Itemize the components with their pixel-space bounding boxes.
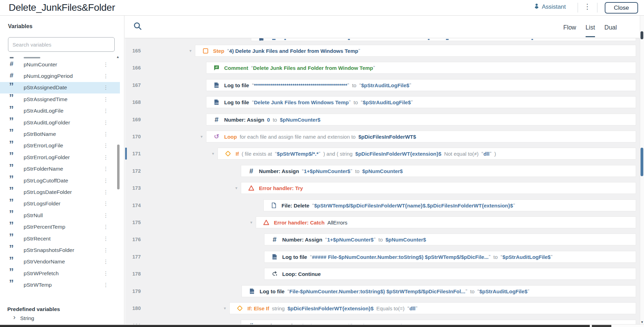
action-row-165[interactable]: Step“4) Delete Junk Files and Folder fro… [195, 45, 636, 57]
variable-item-pNumLoggingPeriod[interactable]: #pNumLoggingPeriod⋮ [0, 70, 120, 82]
variable-menu-icon[interactable]: ⋮ [103, 84, 109, 91]
assistant-button[interactable]: Assistant [534, 3, 566, 11]
row-number: 167 [128, 82, 141, 88]
page-title: Delete_JunkFiles&Folder [9, 2, 115, 13]
variable-menu-icon[interactable]: ⋮ [103, 62, 109, 68]
tab-flow[interactable]: Flow [563, 24, 576, 37]
string-type-icon: ” [9, 232, 14, 243]
search-icon[interactable] [133, 22, 142, 32]
action-row-clipped[interactable]: LOG [251, 38, 636, 41]
variable-menu-icon[interactable]: ⋮ [103, 120, 109, 126]
collapse-chevron-icon[interactable]: ▾ [250, 220, 254, 225]
topbar-divider [578, 3, 578, 13]
search-variables-input[interactable] [8, 37, 115, 52]
action-text-segment: “$pStrAuditLogFile$” [477, 288, 529, 294]
action-row-168[interactable]: LOGLog to file“Delete Junk Files from Wi… [206, 96, 636, 108]
variable-item-pStrWTemp[interactable]: ”pStrWTemp⋮ [0, 279, 120, 291]
collapse-chevron-icon[interactable]: ▾ [212, 151, 216, 156]
variable-name: pStrBotName [24, 131, 56, 137]
horizontal-scrollbar-thumb[interactable] [0, 325, 590, 327]
variable-item-pStrErrorLogFile[interactable]: ”pStrErrorLogFile⋮ [0, 140, 120, 152]
action-row-178[interactable]: Loop: Continue [264, 268, 636, 280]
variable-item-pStrAuditLogFile[interactable]: ”pStrAuditLogFile⋮ [0, 105, 120, 117]
action-row-172[interactable]: #Number: Assign“1+$pNumCounter$”to$pNumC… [241, 165, 636, 177]
scroll-down-arrow-icon[interactable]: ▼ [641, 320, 644, 324]
more-options-icon[interactable]: ⋮ [583, 2, 592, 11]
view-toggle: FlowListDual [563, 24, 617, 37]
variable-menu-icon[interactable]: ⋮ [103, 189, 109, 195]
collapse-chevron-icon[interactable]: ▾ [235, 186, 239, 190]
variable-item-pStrNull[interactable]: ”pStrNull⋮ [0, 210, 120, 221]
variable-item-pStrRecent[interactable]: ”pStrRecent⋮ [0, 233, 120, 244]
action-row-171[interactable]: If( file exists at“$pStrWTemp$/*.*”) and… [218, 148, 636, 160]
row-number: 170 [128, 134, 141, 139]
string-type-icon: ” [9, 174, 14, 185]
variable-menu-icon[interactable]: ⋮ [103, 270, 109, 277]
action-row-177[interactable]: LOGLog to file“##### File-$pNumCounter.N… [264, 251, 636, 263]
collapse-chevron-icon[interactable]: ▾ [201, 134, 205, 139]
variable-item-pStrFolderName[interactable]: ”pStrFolderName⋮ [0, 163, 120, 175]
variable-item-pStrLogCutoffDate[interactable]: ”pStrLogCutoffDate⋮ [0, 175, 120, 186]
variable-item-pStrErrorLogFolder[interactable]: ”pStrErrorLogFolder⋮ [0, 152, 120, 163]
variable-item-pStrLogsFolder[interactable]: ”pStrLogsFolder⋮ [0, 198, 120, 210]
variable-item-pStrAuditLogFolder[interactable]: ”pStrAuditLogFolder⋮ [0, 117, 120, 128]
variable-item-pStrWPrefetch[interactable]: ”pStrWPrefetch⋮ [0, 268, 120, 279]
variable-menu-icon[interactable]: ⋮ [103, 212, 109, 219]
action-row-173[interactable]: Error handler: Try [241, 182, 636, 194]
string-type-icon: ” [9, 127, 14, 138]
predefined-group-string[interactable]: ›String [0, 312, 120, 324]
variable-menu-icon[interactable]: ⋮ [103, 142, 109, 149]
variable-menu-icon[interactable]: ⋮ [103, 224, 109, 230]
action-row-180[interactable]: If: Else Ifstring$pDicFilesInFolderWT{ex… [229, 302, 636, 314]
panel-scrollbar-thumb[interactable] [117, 145, 120, 189]
log-to-file-icon: LOG [213, 82, 220, 88]
action-row-179[interactable]: LOGLog to file“File-$pNumCounter.Number:… [242, 285, 636, 297]
variable-item-pStrAssignedDate[interactable]: ”pStrAssignedDate⋮ [0, 82, 120, 93]
string-type-icon: ” [9, 150, 14, 161]
collapse-chevron-icon[interactable]: ▾ [189, 48, 194, 53]
string-type-icon: ” [9, 278, 14, 289]
action-row-169[interactable]: #Number: Assign0to$pNumCounter$ [206, 114, 636, 125]
variable-item-pStrSnapshotsFolder[interactable]: ”pStrSnapshotsFolder⋮ [0, 244, 120, 256]
action-text-segment: Error handler: Catch [274, 220, 325, 226]
variable-item-pNumCounter[interactable]: #pNumCounter⋮ [0, 59, 120, 70]
variable-item-pStrBotName[interactable]: ”pStrBotName⋮ [0, 128, 120, 140]
variable-menu-icon[interactable]: ⋮ [103, 96, 109, 103]
vertical-scrollbar-top-thumb[interactable] [641, 31, 643, 39]
variable-menu-icon[interactable]: ⋮ [103, 201, 109, 207]
tab-list-active[interactable]: List [586, 24, 595, 37]
action-text-segment: Log to file [224, 99, 249, 105]
variable-menu-icon[interactable]: ⋮ [103, 282, 109, 288]
variable-menu-icon[interactable]: ⋮ [103, 108, 109, 114]
variable-menu-icon[interactable]: ⋮ [103, 259, 109, 265]
vertical-scrollbar-thumb[interactable] [641, 148, 643, 176]
close-button[interactable]: Close [605, 2, 638, 14]
scroll-up-arrow-icon[interactable]: ▲ [116, 55, 120, 59]
action-text-segment: “dll” [407, 305, 417, 311]
tab-dual[interactable]: Dual [604, 24, 617, 37]
action-text-segment: “$pStrAuditLogFile$” [361, 99, 413, 105]
variable-menu-icon[interactable]: ⋮ [103, 236, 109, 242]
variable-menu-icon[interactable]: ⋮ [103, 178, 109, 184]
variable-item-pStrVendorName[interactable]: ”pStrVendorName⋮ [0, 256, 120, 268]
clipped-variable-remnant [24, 57, 40, 58]
variable-menu-icon[interactable]: ⋮ [103, 154, 109, 161]
variable-menu-icon[interactable]: ⋮ [103, 73, 109, 79]
variable-menu-icon[interactable]: ⋮ [103, 247, 109, 253]
variable-item-pStrAssignedTime[interactable]: ”pStrAssignedTime⋮ [0, 93, 120, 105]
collapse-chevron-icon[interactable]: ▾ [224, 306, 228, 311]
log-to-file-icon: LOG [213, 99, 220, 105]
variable-item-pStrLogsDateFolder[interactable]: ”pStrLogsDateFolder⋮ [0, 186, 120, 198]
action-row-166[interactable]: Comment“Delete Junk Files and Folder fro… [206, 62, 636, 74]
variable-menu-icon[interactable]: ⋮ [103, 131, 109, 137]
action-row-170[interactable]: ↺Loopfor each file and assign file name … [206, 131, 636, 142]
action-row-176[interactable]: #Number: Assign“1+$pNumCounter$”to$pNumC… [264, 234, 636, 245]
horizontal-scrollbar-piece[interactable] [592, 325, 611, 327]
variable-menu-icon[interactable]: ⋮ [103, 166, 109, 172]
variable-item-pStrPercentTemp[interactable]: ”pStrPercentTemp⋮ [0, 221, 120, 232]
action-row-167[interactable]: LOGLog to file“*************************… [206, 79, 636, 91]
action-list: LOG165▾Step“4) Delete Junk Files and Fol… [125, 38, 640, 327]
action-row-174[interactable]: File: Delete“$pStrWTemp$/$pDicFilesInFol… [263, 199, 636, 211]
error-handler-icon [263, 219, 269, 226]
action-row-175[interactable]: Error handler: CatchAllErrors [256, 216, 636, 228]
